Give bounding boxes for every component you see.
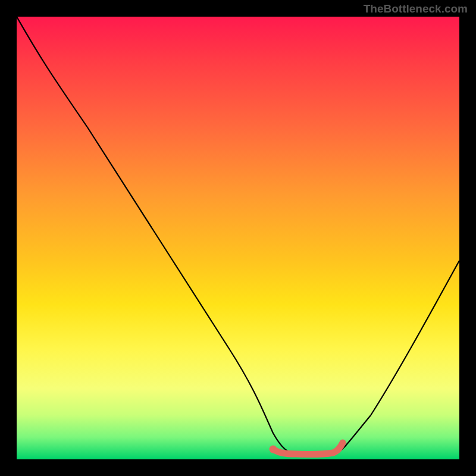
optimal-start-dot xyxy=(270,446,277,453)
chart-frame: TheBottleneck.com xyxy=(0,0,476,476)
plot-area xyxy=(17,17,459,459)
attribution-label: TheBottleneck.com xyxy=(364,2,468,15)
chart-svg xyxy=(17,17,459,459)
bottleneck-curve xyxy=(17,17,459,456)
